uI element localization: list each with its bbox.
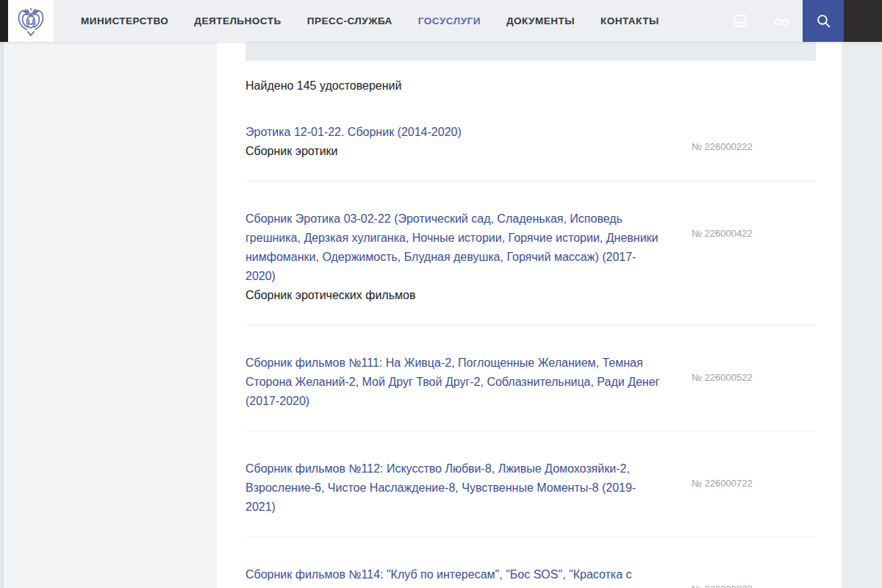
left-background-area <box>6 42 217 588</box>
result-title-link[interactable]: Сборник фильмов №112: Искусство Любви-8,… <box>245 459 664 517</box>
coat-of-arms-icon <box>15 4 47 38</box>
search-button[interactable] <box>803 0 844 42</box>
result-certificate-number: № 226000822 <box>692 565 816 588</box>
result-item-text: Эротика 12-01-22. Сборник (2014-2020)Сбо… <box>245 123 664 161</box>
result-certificate-number: № 226000422 <box>692 209 816 305</box>
results-panel: Найдено 145 удостоверений Эротика 12-01-… <box>217 42 842 588</box>
results-count: Найдено 145 удостоверений <box>245 76 816 96</box>
search-form-partial[interactable] <box>245 42 816 61</box>
result-item: Сборник фильмов №114: "Клуб по интересам… <box>245 537 816 588</box>
result-subtitle: Сборник эротических фильмов <box>245 286 664 305</box>
result-title-link[interactable]: Сборник фильмов №114: "Клуб по интересам… <box>245 565 664 588</box>
search-icon <box>814 12 833 30</box>
left-edge-strip <box>0 42 6 588</box>
result-certificate-number: № 226000722 <box>692 459 816 517</box>
glasses-icon[interactable] <box>772 12 790 30</box>
nav-item-contacts[interactable]: КОНТАКТЫ <box>600 15 659 26</box>
header-actions <box>731 0 882 42</box>
result-item-text: Сборник фильмов №112: Искусство Любви-8,… <box>245 459 664 517</box>
result-certificate-number: № 226000222 <box>692 123 816 161</box>
result-item: Эротика 12-01-22. Сборник (2014-2020)Сбо… <box>245 123 816 182</box>
nav-item-documents[interactable]: ДОКУМЕНТЫ <box>506 15 575 26</box>
result-title-link[interactable]: Сборник фильмов №111: На Живца-2, Поглощ… <box>245 354 664 411</box>
result-certificate-number: № 226000522 <box>692 354 816 411</box>
header-dark-corner <box>844 0 882 42</box>
results-list: Эротика 12-01-22. Сборник (2014-2020)Сбо… <box>245 123 816 588</box>
site-header: МИНИСТЕРСТВОДЕЯТЕЛЬНОСТЬПРЕСС-СЛУЖБАГОСУ… <box>0 0 882 42</box>
nav-item-activity[interactable]: ДЕЯТЕЛЬНОСТЬ <box>194 15 281 26</box>
result-item: Сборник фильмов №111: На Живца-2, Поглощ… <box>245 326 816 431</box>
right-background-area <box>842 42 882 588</box>
nav-item-ministry[interactable]: МИНИСТЕРСТВО <box>81 15 168 26</box>
laptop-icon[interactable] <box>731 12 749 30</box>
ministry-logo[interactable] <box>8 0 54 42</box>
result-subtitle: Сборник эротики <box>245 142 664 161</box>
result-item: Сборник Эротика 03-02-22 (Эротический са… <box>245 182 816 326</box>
result-item-text: Сборник фильмов №114: "Клуб по интересам… <box>245 565 664 588</box>
header-left-dark-strip <box>0 0 8 42</box>
page-body: Найдено 145 удостоверений Эротика 12-01-… <box>0 42 882 588</box>
result-item: Сборник фильмов №112: Искусство Любви-8,… <box>245 431 816 537</box>
nav-item-services[interactable]: ГОСУСЛУГИ <box>418 15 481 26</box>
result-item-text: Сборник Эротика 03-02-22 (Эротический са… <box>245 209 664 305</box>
result-title-link[interactable]: Эротика 12-01-22. Сборник (2014-2020) <box>245 123 664 142</box>
nav-item-press[interactable]: ПРЕСС-СЛУЖБА <box>307 15 392 26</box>
result-title-link[interactable]: Сборник Эротика 03-02-22 (Эротический са… <box>245 209 664 286</box>
result-item-text: Сборник фильмов №111: На Живца-2, Поглощ… <box>245 354 664 411</box>
main-nav: МИНИСТЕРСТВОДЕЯТЕЛЬНОСТЬПРЕСС-СЛУЖБАГОСУ… <box>54 0 659 42</box>
